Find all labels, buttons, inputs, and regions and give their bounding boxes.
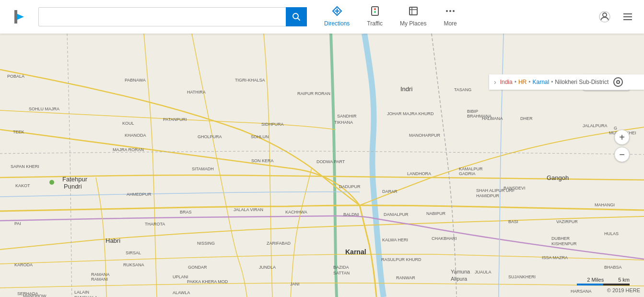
svg-text:Yamuna: Yamuna: [451, 269, 470, 274]
svg-text:KHANODA: KHANODA: [125, 133, 146, 138]
svg-text:JANI: JANI: [290, 282, 300, 286]
svg-text:SOHLU MAJRA: SOHLU MAJRA: [29, 107, 59, 111]
svg-text:Karnal: Karnal: [345, 248, 366, 256]
svg-point-8: [374, 8, 376, 10]
right-controls: [596, 8, 644, 25]
svg-text:HAMIDPUR: HAMIDPUR: [476, 193, 500, 198]
svg-text:JALALPURA: JALALPURA: [583, 123, 608, 128]
svg-text:THAROTA: THAROTA: [145, 222, 165, 226]
svg-text:BHABSA: BHABSA: [604, 265, 622, 270]
svg-text:TASANG: TASANG: [454, 87, 471, 92]
svg-text:MANDHOW: MANDHOW: [23, 294, 47, 297]
svg-text:RASULPUR KHURD: RASULPUR KHURD: [381, 257, 422, 262]
menu-button[interactable]: [619, 8, 636, 25]
svg-text:RAMANA: RAMANA: [91, 272, 110, 277]
svg-text:SON KERA: SON KERA: [251, 158, 274, 163]
logo-area: [0, 8, 38, 25]
svg-text:GHOLPURA: GHOLPURA: [198, 134, 222, 139]
search-input[interactable]: [38, 7, 307, 26]
svg-point-15: [453, 10, 455, 12]
scale-bar: 2 Miles 5 km: [577, 277, 630, 285]
scale-line: [577, 284, 630, 285]
breadcrumb-nilokheri[interactable]: Nilokheri Sub-District: [555, 79, 609, 85]
svg-text:NABIPUR: NABIPUR: [426, 211, 446, 216]
svg-text:DODWA PART: DODWA PART: [316, 159, 345, 164]
svg-text:SOHLUN: SOHLUN: [251, 134, 269, 139]
zoom-out-button[interactable]: −: [614, 147, 630, 162]
svg-text:LANDHORA: LANDHORA: [407, 171, 431, 176]
svg-text:JALALA VIRAN: JALALA VIRAN: [234, 207, 263, 212]
copyright: © 2019 HERE: [607, 287, 640, 293]
svg-text:SIDHPURA: SIDHPURA: [261, 122, 284, 127]
svg-line-3: [298, 18, 300, 21]
svg-text:MAJRA RORAN: MAJRA RORAN: [113, 147, 144, 152]
svg-point-14: [449, 10, 451, 12]
nav-item-more[interactable]: More: [436, 2, 464, 32]
svg-text:KAKOT: KAKOT: [15, 183, 30, 188]
svg-text:Habri: Habri: [105, 237, 120, 244]
breadcrumb-arrow[interactable]: ›: [494, 78, 496, 86]
svg-text:SUJANKHERI: SUJANKHERI: [508, 274, 536, 279]
svg-text:BAZIDA: BAZIDA: [333, 265, 349, 270]
header: Directions Traffic My Places: [0, 0, 644, 34]
svg-text:JUNDLA: JUNDLA: [259, 265, 276, 270]
breadcrumb-karnal[interactable]: Karnal: [532, 79, 549, 85]
svg-text:JOHAR MAJRA KHURD: JOHAR MAJRA KHURD: [387, 111, 434, 116]
svg-point-16: [603, 13, 607, 17]
locator-inner-icon: [616, 80, 620, 84]
search-icon: [292, 12, 301, 21]
svg-text:BALDNI: BALDNI: [343, 212, 359, 217]
svg-text:BASI: BASI: [508, 219, 518, 224]
svg-text:RUKSANA: RUKSANA: [123, 262, 144, 267]
svg-text:KALWA HERI: KALWA HERI: [382, 238, 408, 242]
svg-text:SANDHIR: SANDHIR: [337, 114, 357, 119]
breadcrumb-india[interactable]: India: [500, 79, 513, 85]
scale-dark-segment: [603, 284, 630, 285]
svg-text:AHMEDPUR: AHMEDPUR: [127, 192, 152, 197]
svg-text:KACHHWA: KACHHWA: [285, 210, 307, 214]
traffic-icon: [370, 6, 380, 19]
svg-marker-1: [17, 14, 24, 20]
svg-text:MANOHARPUR: MANOHARPUR: [409, 133, 441, 138]
zoom-in-button[interactable]: +: [614, 130, 630, 145]
user-button[interactable]: [596, 8, 613, 25]
svg-text:GADRIA: GADRIA: [459, 171, 476, 176]
svg-text:ZARIFABAD: ZARIFABAD: [267, 241, 291, 246]
nav-item-directions[interactable]: Directions: [316, 2, 357, 32]
svg-text:RAMANI: RAMANI: [91, 277, 108, 282]
nav-items: Directions Traffic My Places: [316, 2, 465, 32]
map-container[interactable]: Indri Fatehpur Pundri Habri Karnal Gango…: [0, 34, 644, 297]
svg-text:CHAKBHARI: CHAKBHARI: [432, 236, 457, 241]
svg-text:Indri: Indri: [400, 85, 412, 93]
svg-text:KOUL: KOUL: [122, 121, 134, 126]
svg-text:KARODA: KARODA: [14, 262, 33, 267]
svg-text:POBALA: POBALA: [7, 74, 24, 79]
location-button[interactable]: [613, 77, 623, 87]
svg-text:DUBHER: DUBHER: [551, 236, 570, 241]
svg-text:GONDAR: GONDAR: [188, 265, 207, 270]
svg-text:HARSANA: HARSANA: [571, 289, 592, 294]
myplaces-label: My Places: [400, 20, 426, 27]
search-button[interactable]: [286, 7, 307, 26]
svg-text:DARAR: DARAR: [382, 189, 398, 194]
search-area: [38, 7, 307, 26]
scale-km-label: 5 km: [618, 277, 630, 283]
breadcrumb-sep2: •: [528, 79, 530, 85]
more-icon: [445, 6, 456, 19]
scale-blue-segment: [577, 284, 603, 285]
svg-text:KAMALPUR: KAMALPUR: [459, 166, 483, 171]
map-svg: Indri Fatehpur Pundri Habri Karnal Gango…: [0, 34, 644, 297]
svg-text:PAKKA KHERA MOD: PAKKA KHERA MOD: [187, 279, 228, 284]
nav-item-traffic[interactable]: Traffic: [359, 2, 390, 32]
svg-text:TIKHANA: TIKHANA: [334, 120, 353, 125]
svg-text:HATHIRA: HATHIRA: [187, 90, 206, 95]
svg-text:PANGHALA: PANGHALA: [74, 295, 97, 297]
breadcrumb-hr[interactable]: HR: [518, 79, 527, 85]
svg-text:VAZIRPUR: VAZIRPUR: [556, 219, 578, 224]
svg-text:UPLANI: UPLANI: [173, 274, 188, 279]
svg-rect-10: [410, 7, 417, 15]
nav-item-myplaces[interactable]: My Places: [392, 2, 434, 32]
svg-text:MAHANGI: MAHANGI: [595, 202, 615, 207]
svg-point-9: [374, 11, 376, 13]
svg-text:NISSING: NISSING: [197, 241, 215, 246]
